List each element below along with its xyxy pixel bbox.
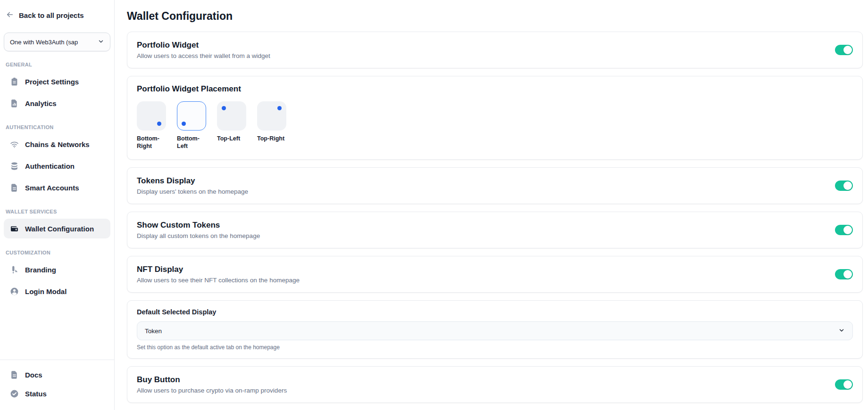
buy-button-card: Buy Button Allow users to purchase crypt… bbox=[127, 366, 863, 403]
project-selector[interactable]: One with Web3Auth (sap bbox=[4, 33, 110, 51]
sidebar-item-status[interactable]: Status bbox=[4, 385, 110, 402]
select-helper-text: Set this option as the default active ta… bbox=[137, 344, 853, 351]
nft-display-card: NFT Display Allow users to see their NFT… bbox=[127, 256, 863, 293]
placement-option-top-left[interactable]: Top-Left bbox=[217, 101, 247, 150]
show-custom-tokens-card: Show Custom Tokens Display all custom to… bbox=[127, 212, 863, 248]
chevron-down-icon bbox=[838, 327, 845, 335]
sidebar-item-label: Docs bbox=[25, 371, 42, 379]
database-icon bbox=[9, 161, 19, 171]
check-circle-icon bbox=[9, 389, 19, 398]
toggle-knob bbox=[843, 226, 852, 234]
placement-dot-icon bbox=[182, 122, 186, 126]
toggle-knob bbox=[843, 181, 852, 190]
placement-label: Top-Right bbox=[257, 135, 287, 142]
card-title: Tokens Display bbox=[137, 176, 248, 186]
placement-label: Bottom-Left bbox=[177, 135, 207, 150]
back-link-label: Back to all projects bbox=[19, 11, 84, 19]
default-selected-display-card: Default Selected Display Token Set this … bbox=[127, 300, 863, 359]
sidebar-item-label: Project Settings bbox=[25, 78, 79, 86]
sidebar-item-authentication[interactable]: Authentication bbox=[4, 156, 110, 176]
portfolio-widget-toggle[interactable] bbox=[835, 45, 853, 55]
sidebar-item-docs[interactable]: Docs bbox=[4, 366, 110, 384]
document-icon bbox=[9, 370, 19, 379]
sidebar-item-label: Authentication bbox=[25, 162, 75, 170]
placement-options: Bottom-Right Bottom-Left Top-Left Top-Ri… bbox=[137, 101, 853, 150]
chevron-down-icon bbox=[98, 38, 104, 46]
select-value: Token bbox=[145, 328, 162, 335]
nft-display-toggle[interactable] bbox=[835, 269, 853, 279]
sidebar-item-login-modal[interactable]: Login Modal bbox=[4, 281, 110, 301]
document-icon bbox=[9, 183, 19, 192]
portfolio-widget-card: Portfolio Widget Allow users to access t… bbox=[127, 32, 863, 68]
tokens-display-card: Tokens Display Display users' tokens on … bbox=[127, 167, 863, 204]
sidebar-item-analytics[interactable]: Analytics bbox=[4, 93, 110, 113]
card-description: Display users' tokens on the homepage bbox=[137, 188, 248, 196]
card-title: Portfolio Widget Placement bbox=[137, 84, 853, 94]
placement-tile bbox=[257, 101, 286, 131]
page-title: Wallet Configuration bbox=[127, 9, 863, 23]
card-title: NFT Display bbox=[137, 264, 300, 275]
section-label-general: GENERAL bbox=[6, 62, 110, 67]
placement-dot-icon bbox=[157, 122, 161, 126]
wifi-icon bbox=[9, 139, 19, 149]
placement-tile bbox=[177, 101, 206, 131]
card-description: Allow users to see their NFT collections… bbox=[137, 276, 300, 285]
sidebar-spacer bbox=[4, 302, 110, 360]
placement-dot-icon bbox=[277, 106, 282, 110]
sidebar-item-label: Wallet Configuration bbox=[25, 225, 94, 233]
sidebar-item-label: Chains & Networks bbox=[25, 140, 90, 148]
card-description: Allow users to purchase crypto via on-ra… bbox=[137, 386, 287, 395]
project-selector-value: One with Web3Auth (sap bbox=[10, 39, 78, 46]
select-label: Default Selected Display bbox=[137, 308, 853, 316]
sidebar-item-label: Login Modal bbox=[25, 287, 67, 295]
sidebar-item-project-settings[interactable]: Project Settings bbox=[4, 72, 110, 91]
placement-option-bottom-left[interactable]: Bottom-Left bbox=[177, 101, 207, 150]
placement-option-top-right[interactable]: Top-Right bbox=[257, 101, 287, 150]
section-label-authentication: AUTHENTICATION bbox=[6, 124, 110, 130]
placement-label: Bottom-Right bbox=[137, 135, 167, 150]
sidebar-item-wallet-configuration[interactable]: Wallet Configuration bbox=[4, 219, 110, 238]
sidebar: Back to all projects One with Web3Auth (… bbox=[0, 0, 115, 410]
tokens-display-toggle[interactable] bbox=[835, 180, 853, 191]
main-content: Wallet Configuration Portfolio Widget Al… bbox=[115, 0, 868, 410]
toggle-knob bbox=[843, 46, 852, 54]
card-title: Show Custom Tokens bbox=[137, 220, 260, 230]
placement-option-bottom-right[interactable]: Bottom-Right bbox=[137, 101, 167, 150]
portfolio-widget-placement-card: Portfolio Widget Placement Bottom-Right … bbox=[127, 76, 863, 160]
buy-button-toggle[interactable] bbox=[835, 379, 853, 390]
placement-label: Top-Left bbox=[217, 135, 247, 142]
sidebar-item-chains-networks[interactable]: Chains & Networks bbox=[4, 134, 110, 154]
user-circle-icon bbox=[9, 287, 19, 296]
brush-icon bbox=[9, 265, 19, 274]
sidebar-item-label: Smart Accounts bbox=[25, 184, 79, 192]
arrow-left-icon bbox=[6, 10, 14, 20]
card-title: Portfolio Widget bbox=[137, 40, 270, 50]
wallet-icon bbox=[9, 224, 19, 233]
back-to-projects-link[interactable]: Back to all projects bbox=[6, 10, 110, 20]
placement-dot-icon bbox=[222, 106, 226, 110]
sidebar-footer: Docs Status bbox=[0, 360, 114, 410]
sidebar-item-label: Branding bbox=[25, 266, 56, 274]
placement-tile bbox=[217, 101, 246, 131]
placement-tile bbox=[137, 101, 166, 131]
section-label-wallet-services: WALLET SERVICES bbox=[6, 209, 110, 214]
toggle-knob bbox=[843, 380, 852, 389]
show-custom-tokens-toggle[interactable] bbox=[835, 225, 853, 235]
card-description: Allow users to access their wallet from … bbox=[137, 52, 270, 60]
card-title: Buy Button bbox=[137, 375, 287, 385]
analytics-icon bbox=[9, 98, 19, 108]
default-display-select[interactable]: Token bbox=[137, 321, 853, 340]
section-label-customization: CUSTOMIZATION bbox=[6, 250, 110, 255]
sidebar-item-branding[interactable]: Branding bbox=[4, 260, 110, 279]
sidebar-item-label: Status bbox=[25, 390, 47, 398]
sidebar-item-smart-accounts[interactable]: Smart Accounts bbox=[4, 178, 110, 197]
sidebar-item-label: Analytics bbox=[25, 99, 57, 107]
clipboard-icon bbox=[9, 77, 19, 86]
toggle-knob bbox=[843, 270, 852, 279]
card-description: Display all custom tokens on the homepag… bbox=[137, 232, 260, 240]
